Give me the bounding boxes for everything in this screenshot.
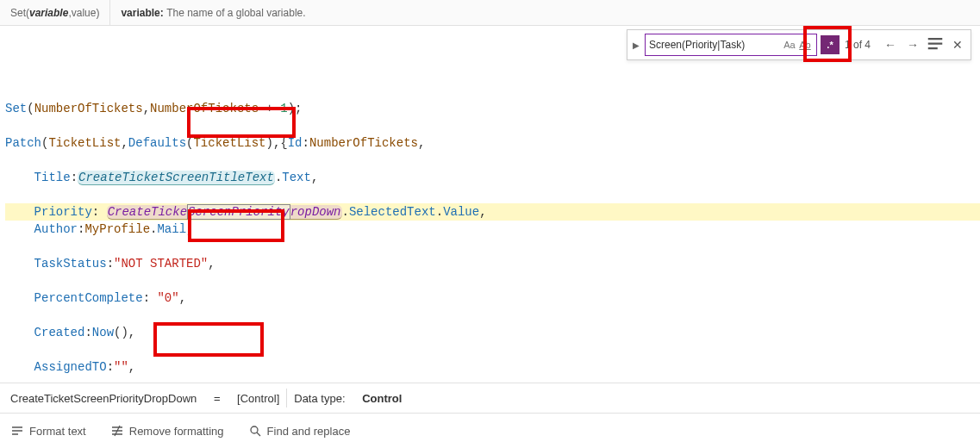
- find-replace-button[interactable]: Find and replace: [248, 424, 351, 438]
- hint-desc: The name of a global variable.: [166, 7, 305, 19]
- search-icon: [248, 424, 262, 438]
- selected-control-type: [Control]: [237, 392, 279, 405]
- signature-bar: Set(variable, value) variable: The name …: [0, 0, 980, 26]
- remove-formatting-button[interactable]: Remove formatting: [110, 424, 224, 438]
- svg-point-0: [251, 426, 258, 433]
- find-input-wrap: Aa Ab: [645, 34, 817, 56]
- sig-param2: value: [72, 7, 97, 19]
- sig-param1: variable: [29, 7, 68, 19]
- find-in-selection-button[interactable]: [926, 35, 945, 54]
- hint-box: variable: The name of a global variable.: [110, 0, 315, 25]
- signature-box: Set(variable, value): [0, 0, 110, 25]
- datatype-value: Control: [362, 392, 402, 405]
- format-text-button[interactable]: Format text: [10, 424, 86, 438]
- remove-format-icon: [110, 424, 124, 438]
- selected-control-name: CreateTicketScreenPriorityDropDown: [10, 392, 197, 405]
- format-icon: [10, 424, 24, 438]
- hint-name: variable:: [121, 7, 163, 19]
- datatype-label: Data type:: [294, 392, 345, 405]
- status-bar: CreateTicketScreenPriorityDropDown = [Co…: [0, 383, 980, 414]
- find-next-button[interactable]: →: [903, 35, 922, 54]
- find-count: 1 of 4: [843, 39, 872, 51]
- find-close-button[interactable]: ✕: [948, 35, 967, 54]
- match-case-toggle[interactable]: Aa: [782, 37, 797, 53]
- sig-func: Set: [10, 7, 26, 19]
- expand-icon[interactable]: ▶: [631, 35, 641, 54]
- regex-toggle[interactable]: .*: [821, 35, 840, 54]
- find-prev-button[interactable]: ←: [881, 35, 900, 54]
- selection-icon: [926, 35, 945, 54]
- divider: [286, 389, 287, 408]
- find-panel: ▶ Aa Ab .* 1 of 4 ← → ✕: [627, 29, 971, 60]
- find-input[interactable]: [649, 39, 782, 51]
- match-word-toggle[interactable]: Ab: [797, 37, 813, 53]
- toolbar: Format text Remove formatting Find and r…: [0, 414, 980, 448]
- code-editor[interactable]: Set(NumberOfTickets,NumberOfTickets + 1)…: [0, 26, 980, 379]
